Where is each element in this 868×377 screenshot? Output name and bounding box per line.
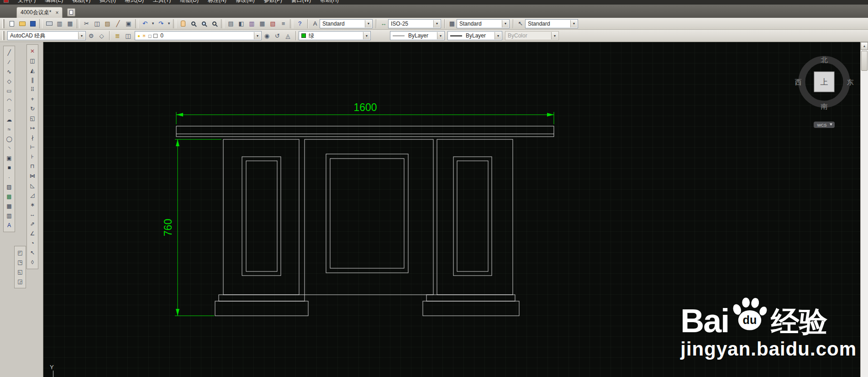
compass-north-label[interactable]: 北 <box>821 56 828 64</box>
layer-on-icon[interactable]: ● <box>137 33 140 38</box>
chevron-down-icon[interactable]: ▾ <box>363 32 370 39</box>
polyline-tool[interactable]: ∿ <box>4 67 14 76</box>
bring-above-tool[interactable]: ◳ <box>15 258 25 267</box>
pan-button[interactable] <box>178 19 188 29</box>
compass-south-label[interactable]: 南 <box>821 102 828 110</box>
erase-tool[interactable]: ✕ <box>27 47 37 56</box>
rectangle-tool[interactable]: ▭ <box>4 86 14 96</box>
workspace-combo[interactable]: AutoCAD 经典 ▾ <box>7 31 86 40</box>
line-tool[interactable]: ╱ <box>4 48 14 57</box>
offset-tool[interactable]: ∥ <box>27 75 37 85</box>
make-block-tool[interactable]: ■ <box>4 163 14 172</box>
compass-east-label[interactable]: 东 <box>847 78 854 86</box>
chevron-down-icon[interactable]: ▾ <box>502 20 509 27</box>
dim-aligned-tool[interactable]: ⇗ <box>27 219 37 228</box>
chevron-down-icon[interactable]: ▾ <box>365 20 372 27</box>
send-to-back-tool[interactable]: ◲ <box>15 277 25 286</box>
menu-item[interactable]: 标注(N) <box>203 0 231 5</box>
layer-states-button[interactable]: ◫ <box>123 31 133 41</box>
dim-angular-tool[interactable]: ∠ <box>27 229 37 238</box>
scroll-up-button[interactable]: ▲ <box>861 42 868 50</box>
toolbar-grip[interactable] <box>2 31 5 40</box>
markup-set-manager-button[interactable]: ▧ <box>268 19 278 29</box>
toolbar-grip[interactable] <box>2 19 5 28</box>
text-style-combo[interactable]: Standard ▾ <box>320 19 373 28</box>
menu-item[interactable]: 窗口(W) <box>287 0 316 5</box>
text-style-icon[interactable]: A <box>310 19 320 29</box>
open-button[interactable] <box>17 19 27 29</box>
lineweight-combo[interactable]: ByLayer ▾ <box>447 31 502 40</box>
layer-thaw-icon[interactable]: ☀ <box>142 33 146 38</box>
table-style-combo[interactable]: Standard ▾ <box>457 19 510 28</box>
extend-tool[interactable]: ⊢ <box>27 143 37 152</box>
save-button[interactable] <box>27 19 38 29</box>
cut-button[interactable]: ✂ <box>81 19 92 29</box>
chevron-down-icon[interactable]: ▾ <box>433 20 440 27</box>
layer-previous-button[interactable]: ↺ <box>272 31 283 41</box>
layer-color-swatch[interactable] <box>153 34 158 38</box>
menu-item[interactable]: 编辑(E) <box>40 0 68 5</box>
revision-cloud-tool[interactable]: ☁ <box>4 115 14 124</box>
chevron-down-icon[interactable]: ▾ <box>437 32 444 39</box>
view-compass[interactable]: 上 北 南 西 东 WCS <box>795 56 854 128</box>
close-icon[interactable]: × <box>55 10 58 16</box>
layer-match-button[interactable]: ◬ <box>283 31 293 41</box>
break-tool[interactable]: ⊓ <box>27 162 37 171</box>
menu-item[interactable]: 文件(F) <box>13 0 40 5</box>
circle-tool[interactable]: ○ <box>4 106 14 115</box>
join-tool[interactable]: ⋈ <box>27 171 37 181</box>
paste-button[interactable]: ▨ <box>102 19 113 29</box>
layer-combo[interactable]: ● ☀ ◻ 0 ▾ <box>135 31 262 40</box>
multiline-text-tool[interactable]: A <box>4 221 14 230</box>
fillet-tool[interactable]: ◿ <box>27 191 37 200</box>
undo-button[interactable]: ↶ <box>140 19 150 29</box>
dim-style-icon[interactable]: ↔ <box>379 19 388 29</box>
table-tool[interactable]: ▥ <box>4 211 14 220</box>
copy-tool[interactable]: ◫ <box>27 56 37 65</box>
match-properties-button[interactable]: ╱ <box>113 19 123 29</box>
rotate-tool[interactable]: ↻ <box>27 104 37 113</box>
mirror-tool[interactable]: ◭ <box>27 66 37 75</box>
redo-button[interactable]: ↷ <box>156 19 166 29</box>
arc-tool[interactable]: ◠ <box>4 96 14 105</box>
chevron-down-icon[interactable]: ▾ <box>570 20 577 27</box>
dim-linear-tool[interactable]: ↔ <box>27 210 37 219</box>
multileader-style-icon[interactable]: ↖ <box>516 19 525 29</box>
quick-leader-tool[interactable]: ↖ <box>27 248 37 257</box>
explode-tool[interactable]: ∗ <box>27 200 37 209</box>
tool-palettes-button[interactable]: ▥ <box>247 19 257 29</box>
plot-button[interactable] <box>44 19 54 29</box>
compass-west-label[interactable]: 西 <box>795 78 802 86</box>
drawing-canvas[interactable]: 1600 760 上 北 南 西 东 WCS <box>43 42 860 377</box>
color-combo[interactable]: 绿 ▾ <box>299 31 371 40</box>
new-button[interactable] <box>6 19 17 29</box>
chevron-down-icon[interactable]: ▾ <box>254 32 261 39</box>
chevron-down-icon[interactable]: ▾ <box>494 32 501 39</box>
make-layer-current-button[interactable]: ◉ <box>262 31 272 41</box>
dim-radius-tool[interactable]: ◔ <box>27 239 37 248</box>
hatch-tool[interactable]: ▨ <box>4 182 14 191</box>
menu-item[interactable]: 帮助(H) <box>316 0 343 5</box>
send-under-tool[interactable]: ◱ <box>15 267 25 276</box>
multileader-style-combo[interactable]: Standard ▾ <box>525 19 578 28</box>
block-editor-button[interactable]: ▣ <box>123 19 134 29</box>
ellipse-tool[interactable]: ◯ <box>4 134 14 143</box>
array-tool[interactable]: ⠿ <box>27 85 37 94</box>
quickcalc-button[interactable]: ≡ <box>278 19 289 29</box>
stretch-tool[interactable]: ↦ <box>27 123 37 133</box>
menu-item[interactable]: 视图(V) <box>68 0 95 5</box>
move-tool[interactable]: + <box>27 95 37 104</box>
insert-block-tool[interactable]: ▣ <box>4 154 14 163</box>
chevron-down-icon[interactable]: ▾ <box>78 32 85 39</box>
redo-dropdown[interactable]: ▾ <box>166 19 172 29</box>
undo-dropdown[interactable]: ▾ <box>150 19 156 29</box>
menu-item[interactable]: 绘图(D) <box>175 0 203 5</box>
properties-button[interactable]: ▤ <box>226 19 236 29</box>
menu-item[interactable]: 插入(I) <box>95 0 120 5</box>
plot-preview-button[interactable]: ▥ <box>54 19 65 29</box>
copy-button[interactable]: ◫ <box>92 19 102 29</box>
workspace-settings-button[interactable]: ⚙ <box>86 31 96 41</box>
help-button[interactable]: ? <box>295 19 305 29</box>
trim-tool[interactable]: ∤ <box>27 133 37 142</box>
menu-item[interactable]: 格式(O) <box>121 0 148 5</box>
